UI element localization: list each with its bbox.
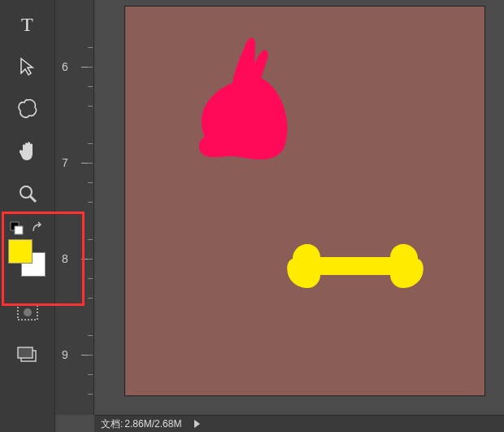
- hand-tool[interactable]: [8, 132, 47, 171]
- svg-point-6: [24, 308, 32, 316]
- hand-icon: [15, 139, 40, 164]
- ruler-tick-label: 7: [62, 156, 68, 169]
- status-bar: 文档: 2.86M/2.68M: [94, 415, 504, 432]
- direct-selection-tool[interactable]: [8, 47, 47, 86]
- svg-point-1: [20, 186, 32, 198]
- toolbar: T: [0, 0, 55, 432]
- status-label: 文档:: [101, 417, 123, 431]
- ruler-tick-label: 6: [62, 60, 68, 73]
- blob-icon: [15, 97, 40, 121]
- svg-rect-8: [18, 347, 33, 358]
- foreground-color-swatch[interactable]: [8, 239, 33, 264]
- color-swatches: [2, 218, 54, 288]
- ruler-tick-label: 8: [62, 252, 68, 265]
- custom-shape-tool[interactable]: [8, 89, 47, 129]
- default-colors-icon: [10, 221, 24, 236]
- screenmode-icon: [16, 346, 39, 364]
- default-colors-button[interactable]: [10, 221, 24, 239]
- type-tool[interactable]: T: [8, 5, 47, 44]
- svg-text:T: T: [21, 14, 33, 35]
- svg-line-2: [30, 196, 36, 202]
- canvas-area: [94, 0, 504, 415]
- vertical-ruler: 6 7 8 9: [55, 0, 94, 415]
- quick-mask-tool[interactable]: [8, 293, 47, 332]
- magnifier-icon: [16, 182, 39, 205]
- ruler-tick-label: 9: [62, 348, 68, 361]
- quickmask-icon: [16, 303, 39, 321]
- canvas[interactable]: [125, 7, 484, 395]
- arrow-icon: [16, 55, 39, 78]
- screen-mode-tool[interactable]: [8, 335, 47, 374]
- swap-colors-button[interactable]: [31, 221, 46, 239]
- zoom-tool[interactable]: [8, 174, 47, 213]
- bone-shape[interactable]: [286, 241, 424, 291]
- text-icon: T: [16, 13, 39, 36]
- status-value: 2.86M/2.68M: [124, 418, 181, 430]
- rabbit-shape[interactable]: [185, 34, 306, 163]
- flyout-arrow-icon[interactable]: [194, 420, 200, 428]
- svg-rect-4: [15, 226, 23, 234]
- swap-arrows-icon: [31, 221, 46, 236]
